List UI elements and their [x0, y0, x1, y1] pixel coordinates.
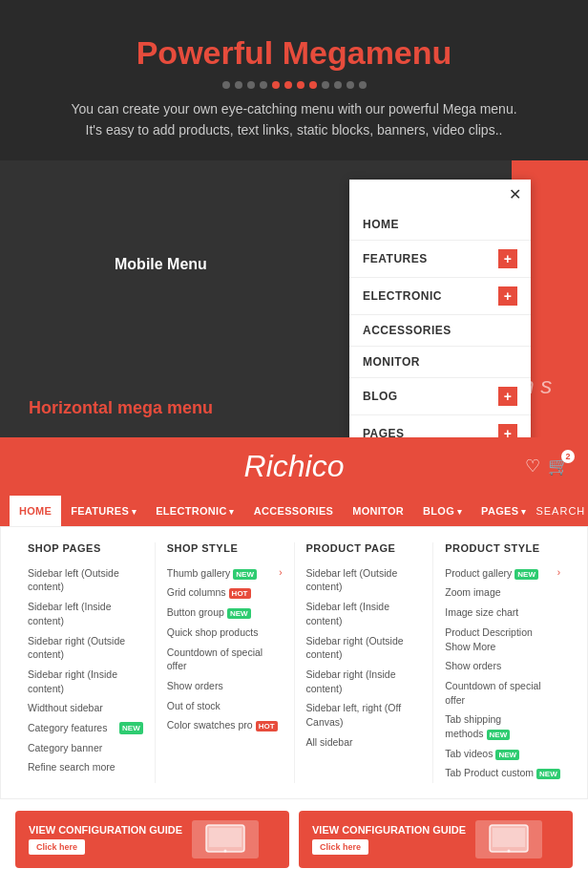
badge-hot-swatches: HOT: [256, 721, 278, 731]
link-prod-sidebar-left-inside[interactable]: Sidebar left (Inside content): [306, 597, 422, 630]
badge-new-thumb: NEW: [233, 569, 257, 580]
mega-col-shop-style: SHOP STYLE Thumb galleryNEW › Grid colum…: [156, 542, 295, 783]
cart-icon[interactable]: 🛒 2: [548, 456, 569, 477]
popup-item-electronic[interactable]: ELECTRONIC +: [349, 278, 531, 315]
badge-hot-grid: HOT: [229, 588, 251, 599]
dot-7[interactable]: [297, 81, 304, 89]
link-countdown-shop[interactable]: Countdown of special offer: [167, 643, 283, 676]
dot-9[interactable]: [322, 81, 329, 89]
link-thumb-gallery[interactable]: Thumb galleryNEW ›: [167, 563, 283, 583]
nav-item-monitor[interactable]: MONITOR: [343, 496, 413, 526]
link-tab-videos[interactable]: Tab videosNEW: [445, 744, 560, 764]
link-sidebar-left-outside[interactable]: Sidebar left (Outside content): [28, 563, 143, 597]
wishlist-icon[interactable]: ♡: [525, 456, 540, 477]
svg-point-2: [224, 849, 227, 852]
mega-dropdown: SHOP PAGES Sidebar left (Outside content…: [0, 526, 588, 799]
popup-item-features[interactable]: FEATURES +: [349, 241, 531, 278]
link-prod-sidebar-right-inside[interactable]: Sidebar right (Inside content): [306, 665, 422, 698]
nav-item-pages[interactable]: PAGES: [472, 496, 536, 526]
link-zoom-image[interactable]: Zoom image: [445, 583, 560, 603]
banner-2-title: View Configuration Guide: [312, 824, 466, 836]
link-color-swatches[interactable]: Color swatches proHOT: [167, 715, 283, 735]
popup-plus-features: +: [498, 249, 517, 268]
popup-item-home-label: HOME: [363, 218, 399, 231]
svg-rect-4: [493, 828, 525, 847]
nav-item-blog[interactable]: BLOG: [413, 496, 472, 526]
link-category-features[interactable]: Category features NEW: [28, 718, 143, 738]
popup-plus-blog: +: [498, 387, 517, 406]
link-show-orders-shop[interactable]: Show orders: [167, 676, 283, 696]
nav-item-features[interactable]: FEATURES: [61, 496, 146, 526]
popup-item-monitor[interactable]: MONITOR: [349, 347, 531, 378]
link-grid-columns[interactable]: Grid columnsHOT: [167, 583, 283, 603]
popup-item-blog[interactable]: BLOG +: [349, 378, 531, 415]
popup-item-monitor-label: MONITOR: [363, 355, 420, 369]
nav-item-electronic[interactable]: ELECTRONIC: [146, 496, 244, 526]
dot-11[interactable]: [346, 81, 354, 89]
banner-1-button[interactable]: Click here: [29, 839, 85, 855]
badge-new-btn: NEW: [227, 608, 251, 619]
link-quick-shop[interactable]: Quick shop products: [167, 623, 283, 643]
link-button-group[interactable]: Button groupNEW: [167, 603, 283, 623]
product-style-title: PRODUCT STYLE: [445, 542, 560, 554]
banner-1-image: [192, 820, 259, 858]
link-product-gallery[interactable]: Product galleryNEW ›: [445, 563, 560, 583]
dot-4[interactable]: [260, 81, 267, 89]
header-description: You can create your own eye-catching men…: [55, 98, 533, 141]
prod-gallery-arrow: ›: [557, 566, 560, 580]
popup-item-home[interactable]: HOME: [349, 209, 531, 241]
popup-item-accessories[interactable]: ACCESSORIES: [349, 315, 531, 347]
dot-12[interactable]: [359, 81, 367, 89]
badge-new-shipping: NEW: [487, 730, 511, 740]
link-without-sidebar[interactable]: Widthout sidebar: [28, 698, 143, 718]
page-title: Powerful Megamenu: [19, 34, 569, 72]
link-sidebar-left-inside[interactable]: Sidebar left (Inside content): [28, 597, 143, 630]
link-refine-search[interactable]: Refine search more: [28, 757, 143, 777]
title-white: Powerful: [136, 34, 283, 71]
nav-item-home[interactable]: HOME: [10, 496, 61, 526]
popup-close-button[interactable]: ✕: [349, 180, 531, 209]
badge-new-cat-features: NEW: [119, 722, 143, 734]
dot-10[interactable]: [334, 81, 342, 89]
link-category-banner[interactable]: Category banner: [28, 738, 143, 758]
link-sidebar-right-outside[interactable]: Sidebar right (Outside content): [28, 631, 143, 665]
badge-new-videos: NEW: [495, 750, 519, 760]
link-show-orders-prod[interactable]: Show orders: [445, 656, 560, 676]
link-out-of-stock[interactable]: Out of stock: [167, 696, 283, 716]
popup-item-pages-label: PAGES: [363, 427, 405, 437]
store-icons: ♡ 🛒 2: [525, 456, 569, 477]
banner-row: View Configuration Guide Click here View…: [0, 799, 588, 869]
link-prod-sidebar-left-outside[interactable]: Sidebar left (Outside content): [306, 563, 422, 597]
mega-col-shop-pages: SHOP PAGES Sidebar left (Outside content…: [16, 542, 156, 783]
dot-6[interactable]: [284, 81, 292, 89]
badge-new-prod-gallery: NEW: [514, 569, 538, 580]
cart-badge: 2: [561, 450, 575, 463]
link-countdown-prod[interactable]: Countdown of special offer: [445, 676, 560, 710]
link-tab-shipping[interactable]: Tab shipping methodsNEW: [445, 710, 560, 743]
link-sidebar-right-inside[interactable]: Sidebar right (Inside content): [28, 665, 143, 698]
dot-1[interactable]: [222, 81, 230, 89]
link-tab-product-custom[interactable]: Tab Product customNEW: [445, 763, 560, 783]
search-label: SEARCH: [536, 505, 585, 517]
popup-plus-electronic: +: [498, 286, 517, 306]
link-prod-sidebar-right-outside[interactable]: Sidebar right (Outside content): [306, 631, 422, 665]
store-logo: Richico: [244, 449, 345, 484]
dot-2[interactable]: [235, 81, 242, 89]
dot-8[interactable]: [309, 81, 317, 89]
link-image-size-chart[interactable]: Image size chart: [445, 603, 560, 623]
link-prod-all-sidebar[interactable]: All sidebar: [306, 732, 422, 752]
thumb-gallery-arrow: ›: [279, 566, 282, 580]
nav-search[interactable]: SEARCH 🔍: [536, 503, 588, 519]
dots-indicator: [19, 81, 569, 89]
popup-item-pages[interactable]: PAGES +: [349, 415, 531, 437]
link-prod-sidebar-off-canvas[interactable]: Sidebar left, right (Off Canvas): [306, 698, 422, 731]
horizontal-mega-label: Horizontal mega menu: [29, 398, 213, 418]
megamenu-section: Richico ♡ 🛒 2 HOME FEATURES ELECTRONIC A…: [0, 437, 588, 869]
dot-5[interactable]: [272, 81, 280, 89]
banner-2-button[interactable]: Click here: [312, 839, 368, 855]
dot-3[interactable]: [247, 81, 255, 89]
store-header: Richico ♡ 🛒 2: [0, 437, 588, 496]
link-product-desc[interactable]: Product Description Show More: [445, 623, 560, 656]
mega-col-product-style: PRODUCT STYLE Product galleryNEW › Zoom …: [433, 542, 572, 783]
nav-item-accessories[interactable]: ACCESSORIES: [244, 496, 343, 526]
